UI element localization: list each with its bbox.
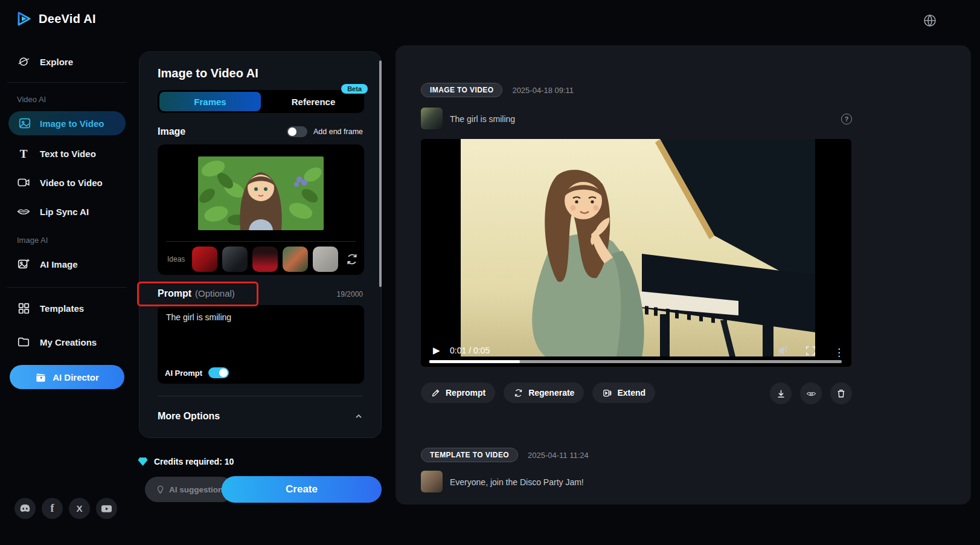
extend-button[interactable]: Extend	[592, 382, 655, 403]
source-image-thumbnail[interactable]	[421, 108, 443, 129]
reprompt-button[interactable]: Reprompt	[421, 382, 495, 403]
sidebar-item-explore[interactable]: Explore	[0, 47, 134, 76]
deevid-logo-icon	[14, 10, 33, 28]
help-icon[interactable]: ?	[841, 114, 852, 124]
facebook-icon[interactable]: f	[42, 498, 63, 519]
sidebar-item-my-creations[interactable]: My Creations	[0, 327, 134, 356]
image-to-video-icon	[18, 117, 31, 130]
generation-type-badge: TEMPLATE TO VIDEO	[421, 448, 518, 462]
planet-icon	[17, 55, 30, 68]
generation-prompt: Everyone, join the Disco Party Jam!	[450, 477, 584, 487]
prompt-label: Prompt	[158, 288, 191, 299]
idea-thumbnail[interactable]	[252, 247, 278, 272]
generation-type-badge: IMAGE TO VIDEO	[421, 83, 502, 97]
download-button[interactable]	[770, 382, 792, 404]
add-end-frame-label: Add end frame	[313, 127, 363, 136]
video-progress-bar[interactable]	[429, 360, 842, 363]
composer-panel: Image to Video AI Frames Reference Beta …	[139, 51, 382, 438]
sidebar-item-lip-sync[interactable]: Lip Sync AI	[0, 197, 134, 226]
mute-icon[interactable]	[777, 344, 789, 356]
app-title: DeeVid AI	[39, 12, 96, 26]
refresh-ideas-icon[interactable]	[346, 253, 358, 265]
divider	[166, 241, 356, 242]
regenerate-label: Regenerate	[528, 388, 574, 398]
delete-button[interactable]	[830, 382, 852, 404]
play-button-icon[interactable]: ▶	[433, 345, 440, 356]
pencil-icon	[431, 388, 441, 398]
video-progress-fill	[429, 360, 520, 363]
prompt-input[interactable]: The girl is smiling	[158, 305, 364, 357]
more-options-label: More Options	[158, 411, 220, 422]
clapperboard-icon	[35, 372, 46, 383]
sidebar-item-video-to-video[interactable]: Video to Video	[0, 168, 134, 197]
composer-title: Image to Video AI	[158, 66, 363, 80]
discord-icon[interactable]	[14, 498, 36, 519]
history-panel: IMAGE TO VIDEO 2025-04-18 09:11 The girl…	[396, 45, 971, 505]
prompt-box: The girl is smiling AI Prompt	[158, 305, 364, 384]
text-icon: T	[17, 147, 30, 160]
video-time-display: 0:01 / 0:05	[450, 346, 490, 355]
templates-grid-icon	[17, 302, 30, 315]
credits-label: Credits required: 10	[154, 457, 234, 466]
video-more-menu-icon[interactable]: ⋮	[834, 346, 844, 359]
reprompt-label: Reprompt	[446, 388, 485, 398]
generation-header: IMAGE TO VIDEO 2025-04-18 09:11	[421, 83, 574, 97]
sidebar-item-label: Text to Video	[40, 149, 96, 159]
lightbulb-icon	[156, 485, 165, 494]
video-camera-icon	[17, 176, 30, 189]
ai-suggestion-label: AI suggestion	[169, 485, 223, 494]
beta-badge: Beta	[341, 84, 368, 94]
extend-icon	[602, 388, 612, 398]
ai-director-button[interactable]: AI Director	[10, 365, 124, 389]
ai-director-label: AI Director	[53, 372, 99, 382]
create-button[interactable]: Create	[222, 476, 382, 503]
add-end-frame-toggle[interactable]	[287, 126, 307, 137]
credits-row: Credits required: 10	[138, 456, 234, 466]
sidebar-item-label: Templates	[40, 303, 84, 314]
regenerate-button[interactable]: Regenerate	[504, 382, 584, 403]
create-label: Create	[286, 483, 318, 495]
sidebar: Explore Video AI Image to Video T Text t…	[0, 42, 134, 389]
uploaded-image-preview[interactable]	[198, 156, 324, 230]
sidebar-item-text-to-video[interactable]: T Text to Video	[0, 139, 134, 168]
sidebar-item-label: Video to Video	[40, 178, 103, 188]
prompt-optional-label: (Optional)	[195, 288, 235, 298]
sidebar-item-templates[interactable]: Templates	[0, 294, 134, 323]
app-logo[interactable]: DeeVid AI	[14, 10, 96, 28]
youtube-icon[interactable]	[96, 498, 117, 519]
sidebar-item-label: Image to Video	[40, 118, 104, 129]
more-options-row[interactable]: More Options	[158, 411, 363, 422]
download-icon	[776, 389, 786, 399]
sidebar-item-ai-image[interactable]: AI Image	[0, 250, 134, 279]
video-player[interactable]: ▶ 0:01 / 0:05 ⋮	[421, 139, 851, 367]
divider	[158, 396, 363, 396]
trash-icon	[836, 389, 847, 399]
tab-frames[interactable]: Frames	[159, 92, 261, 111]
language-globe-icon[interactable]	[923, 13, 937, 28]
x-twitter-icon[interactable]: X	[69, 498, 90, 519]
mode-tabbar: Frames Reference Beta	[158, 90, 364, 113]
sidebar-item-label: Lip Sync AI	[40, 207, 89, 217]
social-links: f X	[14, 498, 117, 519]
ai-suggestion-button[interactable]: AI suggestion	[145, 477, 234, 502]
idea-thumbnail[interactable]	[222, 247, 248, 272]
char-counter: 19/2000	[337, 290, 363, 298]
idea-thumbnail[interactable]	[313, 247, 338, 272]
composer-scrollbar[interactable]	[379, 60, 382, 287]
ai-prompt-toggle[interactable]	[208, 367, 229, 378]
idea-thumbnail[interactable]	[192, 247, 217, 272]
sidebar-divider	[7, 287, 127, 288]
sidebar-section-image-ai: Image AI	[0, 230, 134, 250]
lip-sync-button[interactable]	[800, 382, 822, 404]
fullscreen-icon[interactable]	[805, 346, 816, 356]
idea-thumbnail[interactable]	[283, 247, 308, 272]
image-upload-area[interactable]: Ideas	[158, 144, 364, 275]
generation-timestamp: 2025-04-18 09:11	[512, 86, 574, 95]
sidebar-item-image-to-video[interactable]: Image to Video	[8, 111, 126, 135]
generation-header: TEMPLATE TO VIDEO 2025-04-11 11:24	[421, 448, 589, 462]
extend-label: Extend	[617, 388, 645, 398]
sidebar-item-label: My Creations	[40, 337, 97, 347]
source-image-thumbnail[interactable]	[421, 471, 443, 492]
sidebar-item-label: AI Image	[40, 259, 78, 269]
ai-prompt-label: AI Prompt	[165, 369, 202, 378]
